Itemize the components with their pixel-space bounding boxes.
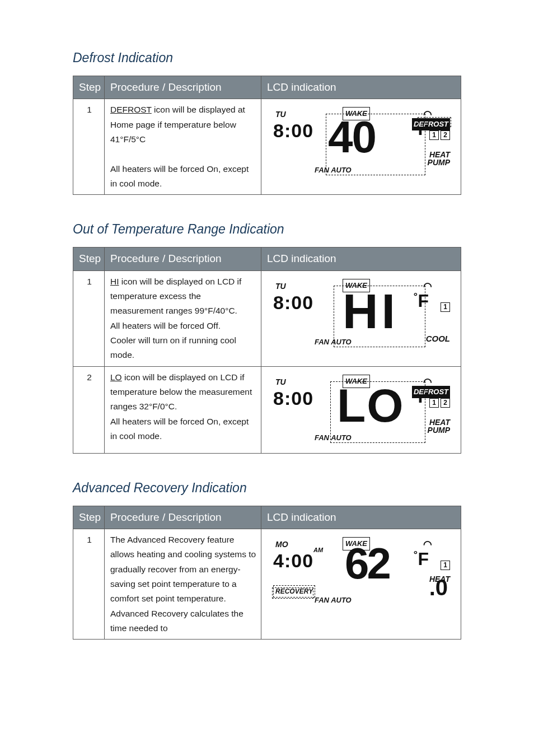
table-header-row: Step Procedure / Description LCD indicat…: [73, 76, 461, 99]
procedure-cell: The Advanced Recovery feature allows hea…: [105, 529, 261, 640]
lcd-cell: TU WAKE ◠ 8:00 ° F DEFROST 1 2 HEAT PUMP…: [261, 366, 461, 453]
table-header-row: Step Procedure / Description LCD indicat…: [73, 248, 461, 270]
col-proc: Procedure / Description: [105, 248, 261, 270]
recovery-table: Step Procedure / Description LCD indicat…: [73, 506, 461, 640]
lcd-stage-2: 2: [441, 398, 450, 408]
lcd-display: TU WAKE ◠ 8:00 ° F 1 COOL FAN AUTO HI: [272, 278, 451, 351]
lcd-cell: TU WAKE ◠ 8:00 ° F 1 COOL FAN AUTO HI: [261, 270, 461, 366]
lcd-big-value: 62: [345, 544, 389, 583]
lcd-cell: TU WAKE ◠ 8:00 ° F DEFROST 1 2 HEAT PUMP…: [261, 99, 461, 195]
col-step: Step: [73, 248, 105, 270]
table-row: 1 The Advanced Recovery feature allows h…: [73, 529, 461, 640]
range-table: Step Procedure / Description LCD indicat…: [73, 247, 461, 453]
document-page: Defrost Indication Step Procedure / Desc…: [0, 0, 534, 662]
lcd-dashed-highlight: [326, 114, 425, 175]
lcd-unit: F: [418, 544, 429, 574]
lcd-display: MO WAKE ◠ 4:00AM ° F 1 HEAT RECOVERY FAN…: [272, 536, 451, 609]
procedure-cell: HI icon will be displayed on LCD if temp…: [105, 270, 261, 366]
step-number: 2: [73, 366, 105, 453]
procedure-text: The Advanced Recovery feature allows hea…: [110, 535, 256, 633]
lcd-clock: 8:00: [273, 115, 313, 147]
lcd-stage-1: 1: [441, 302, 450, 312]
procedure-text: All heaters will be forced Off.: [110, 321, 221, 330]
lcd-stage-1: 1: [429, 398, 439, 408]
col-proc: Procedure / Description: [105, 76, 261, 99]
lcd-fan-label: FAN AUTO: [315, 594, 352, 606]
step-number: 1: [73, 270, 105, 366]
step-number: 1: [73, 529, 105, 640]
table-row: 1 DEFROST icon will be displayed at Home…: [73, 99, 461, 195]
lcd-display: TU WAKE ◠ 8:00 ° F DEFROST 1 2 HEAT PUMP…: [272, 374, 451, 446]
lcd-stage-1: 1: [429, 130, 439, 140]
procedure-cell: LO icon will be displayed on LCD if temp…: [105, 366, 261, 453]
lcd-clock: 8:00: [273, 382, 313, 415]
lcd-clock: 4:00AM: [273, 545, 323, 577]
col-lcd: LCD indication: [261, 506, 461, 529]
defrost-keyword: DEFROST: [110, 105, 152, 114]
col-step: Step: [73, 76, 105, 99]
lcd-stage-2: 2: [441, 130, 450, 140]
table-header-row: Step Procedure / Description LCD indicat…: [73, 506, 461, 529]
section-title-recovery: Advanced Recovery Indication: [73, 480, 461, 496]
lcd-pump-label: PUMP: [428, 156, 450, 170]
lo-keyword: LO: [110, 372, 122, 382]
lcd-decimal-value: .0: [429, 568, 448, 606]
lcd-clock: 8:00: [273, 287, 313, 319]
lcd-dashed-highlight: [330, 381, 425, 443]
section-title-range: Out of Temperature Range Indication: [73, 222, 461, 237]
lcd-dashed-highlight: [334, 286, 425, 347]
procedure-text: All heaters will be forced On, except in…: [110, 417, 249, 441]
procedure-text: Cooler will turn on if running cool mode…: [110, 335, 236, 360]
procedure-cell: DEFROST icon will be displayed at Home p…: [105, 99, 261, 195]
procedure-text: icon will be displayed on LCD if tempera…: [110, 277, 241, 316]
col-step: Step: [73, 506, 105, 529]
lcd-display: TU WAKE ◠ 8:00 ° F DEFROST 1 2 HEAT PUMP…: [272, 106, 451, 179]
table-row: 1 HI icon will be displayed on LCD if te…: [73, 270, 461, 366]
hi-keyword: HI: [110, 277, 119, 286]
procedure-text: icon will be displayed on LCD if tempera…: [110, 372, 252, 412]
step-number: 1: [73, 99, 105, 195]
table-row: 2 LO icon will be displayed on LCD if te…: [73, 366, 461, 453]
defrost-table: Step Procedure / Description LCD indicat…: [73, 76, 461, 195]
section-title-defrost: Defrost Indication: [73, 50, 461, 66]
lcd-dashed-highlight: [272, 587, 313, 599]
procedure-text: All heaters will be forced On, except in…: [110, 164, 249, 188]
lcd-cool-label: COOL: [426, 332, 450, 346]
col-proc: Procedure / Description: [105, 506, 261, 529]
col-lcd: LCD indication: [261, 248, 461, 270]
lcd-degree: °: [414, 546, 418, 563]
lcd-cell: MO WAKE ◠ 4:00AM ° F 1 HEAT RECOVERY FAN…: [261, 529, 461, 640]
lcd-ampm: AM: [313, 547, 323, 553]
lcd-pump-label: PUMP: [428, 424, 450, 437]
col-lcd: LCD indication: [261, 76, 461, 99]
